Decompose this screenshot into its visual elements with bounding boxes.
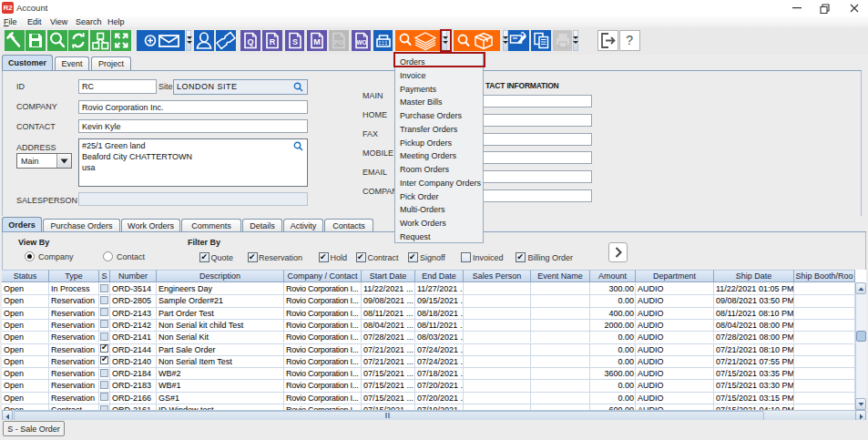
svg-text:WO: WO <box>356 39 366 46</box>
svg-text:R: R <box>270 37 276 46</box>
svg-text:PO: PO <box>334 39 342 46</box>
svg-text:M: M <box>313 37 321 46</box>
svg-text:Q: Q <box>247 37 253 46</box>
svg-text:S: S <box>291 37 297 46</box>
